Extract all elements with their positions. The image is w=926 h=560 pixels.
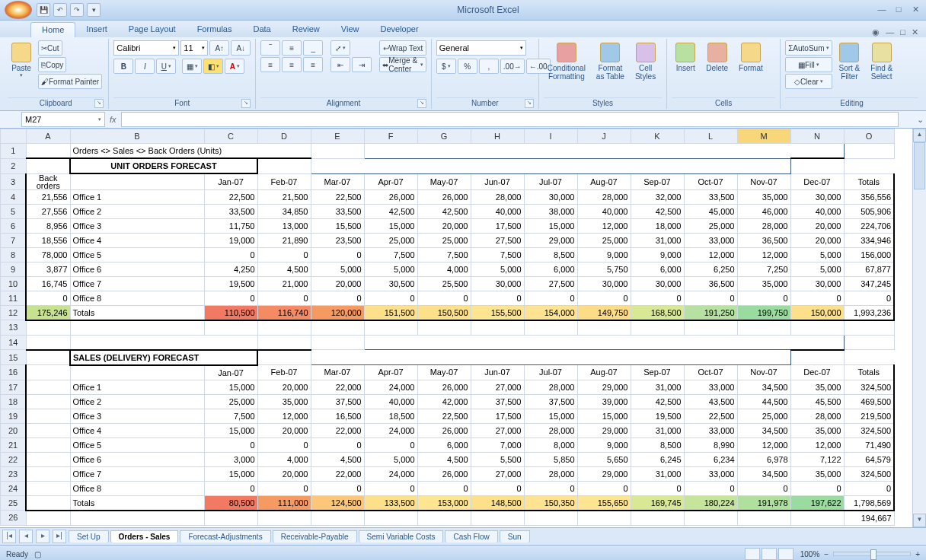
cell[interactable]: 80,500 (204, 495, 257, 511)
header-cell[interactable]: 8 (1, 247, 27, 262)
worksheet-grid[interactable]: ABCDEFGHIJKLMNO1Orders <> Sales <> Back … (0, 129, 912, 527)
cell[interactable]: 0 (417, 291, 471, 305)
qat-save-icon[interactable]: 💾 (37, 3, 50, 17)
cell[interactable]: 30,000 (631, 276, 684, 291)
cell[interactable] (26, 495, 70, 511)
bold-button[interactable]: B (113, 59, 133, 74)
cell[interactable]: 44,500 (737, 394, 790, 409)
cell[interactable]: 0 (364, 481, 417, 495)
cell[interactable]: Totals (844, 173, 894, 189)
cell[interactable]: 5,000 (790, 262, 844, 276)
cell[interactable]: 29,000 (524, 233, 577, 247)
insert-cells-button[interactable]: Insert (672, 40, 699, 75)
sheet-nav-last[interactable]: ▸| (53, 530, 66, 543)
cell[interactable] (26, 335, 70, 350)
cell[interactable] (26, 350, 70, 365)
cell[interactable]: Oct-07 (684, 173, 737, 189)
cell[interactable]: 27,556 (26, 204, 70, 218)
cell[interactable]: 0 (257, 438, 311, 452)
cell[interactable]: 0 (204, 481, 257, 495)
cell[interactable]: 15,000 (204, 380, 257, 394)
cell[interactable]: 40,000 (790, 204, 844, 218)
align-right-button[interactable]: ≡ (303, 57, 323, 72)
header-cell[interactable]: 15 (1, 350, 27, 365)
cell[interactable]: 12,000 (577, 218, 631, 233)
cell[interactable]: 153,000 (417, 495, 471, 511)
cell[interactable]: (delivery) forecast into this table. (311, 350, 790, 365)
cell[interactable]: 5,000 (311, 262, 364, 276)
scroll-down-button[interactable]: ▼ (913, 514, 926, 527)
cell[interactable]: 34,850 (257, 204, 311, 218)
cell[interactable]: 27,000 (471, 380, 524, 394)
cell[interactable]: 25,000 (737, 409, 790, 423)
cell[interactable]: 4,000 (257, 452, 311, 466)
cell[interactable]: 0 (577, 481, 631, 495)
cell[interactable] (311, 320, 364, 336)
cell[interactable]: 33,000 (684, 380, 737, 394)
cell[interactable]: Sep-07 (631, 365, 684, 380)
zoom-in-button[interactable]: + (915, 550, 920, 558)
cell[interactable]: 469,500 (844, 394, 894, 409)
cell[interactable]: 0 (364, 438, 417, 452)
cell[interactable]: 4,250 (204, 262, 257, 276)
cell[interactable]: Jun-07 (471, 173, 524, 189)
header-cell[interactable]: 16 (1, 365, 27, 380)
cell[interactable]: Office 6 (70, 262, 204, 276)
cell[interactable]: 12,000 (737, 247, 790, 262)
autosum-button[interactable]: Σ AutoSum (785, 40, 832, 56)
cell[interactable] (26, 423, 70, 438)
format-painter-button[interactable]: 🖌 Format Painter (38, 74, 102, 89)
cell[interactable]: into this table. (311, 158, 790, 173)
cell[interactable]: 20,000 (417, 218, 471, 233)
tab-view[interactable]: View (330, 22, 370, 37)
cell[interactable]: 154,000 (524, 305, 577, 320)
cell[interactable]: 124,500 (311, 495, 364, 511)
cell[interactable]: Office 5 (70, 247, 204, 262)
cell[interactable]: 6,234 (684, 452, 737, 466)
cell[interactable]: 13,000 (257, 218, 311, 233)
cell[interactable]: 15,000 (204, 423, 257, 438)
sheet-tab[interactable]: Semi Variable Costs (359, 530, 444, 542)
cell[interactable]: 12,000 (790, 438, 844, 452)
cell[interactable]: 17,500 (471, 409, 524, 423)
maximize-button[interactable]: □ (892, 5, 905, 15)
ribbon-minimize-button[interactable]: — (886, 27, 894, 37)
cell[interactable]: 22,000 (311, 380, 364, 394)
cell[interactable]: 40,000 (364, 394, 417, 409)
header-cell[interactable]: D (257, 129, 311, 144)
clear-button[interactable]: ◇ Clear (785, 74, 832, 89)
cell[interactable] (257, 350, 311, 365)
cell[interactable]: 5,000 (471, 262, 524, 276)
cell[interactable]: Feb-07 (257, 173, 311, 189)
cell[interactable]: 20,000 (257, 466, 311, 481)
cell[interactable] (26, 380, 70, 394)
cell[interactable]: 9,000 (577, 438, 631, 452)
cell[interactable]: 16,500 (311, 409, 364, 423)
cell[interactable] (790, 320, 844, 336)
cell[interactable]: 7,250 (737, 262, 790, 276)
cell[interactable] (631, 511, 684, 526)
cell[interactable]: 324,500 (844, 466, 894, 481)
cell[interactable]: Apr-07 (364, 173, 417, 189)
header-cell[interactable]: 20 (1, 423, 27, 438)
header-cell[interactable]: K (631, 129, 684, 144)
cell[interactable]: Mar-07 (311, 365, 364, 380)
cell[interactable] (26, 365, 70, 380)
cell[interactable] (471, 511, 524, 526)
view-layout-button[interactable] (762, 548, 777, 560)
cell[interactable]: 43,500 (684, 394, 737, 409)
cell[interactable]: 12,000 (257, 409, 311, 423)
cell[interactable] (204, 320, 257, 336)
header-cell[interactable]: 26 (1, 511, 27, 526)
office-button[interactable] (5, 1, 32, 19)
cell[interactable]: 0 (311, 247, 364, 262)
cell[interactable]: Office 2 (70, 394, 204, 409)
header-cell[interactable]: C (204, 129, 257, 144)
cell[interactable]: 34,500 (737, 423, 790, 438)
cell[interactable] (844, 335, 894, 350)
cell[interactable]: 18,000 (631, 218, 684, 233)
number-format-combo[interactable]: General▾ (436, 40, 526, 56)
header-cell[interactable]: 3 (1, 173, 27, 189)
cell[interactable]: Back orders (26, 173, 70, 189)
cell[interactable]: 30,000 (471, 276, 524, 291)
